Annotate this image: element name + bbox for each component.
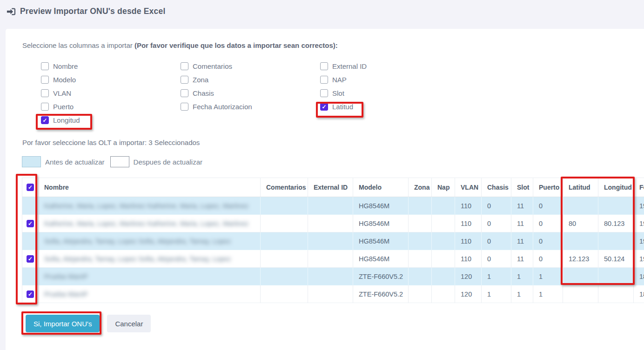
row-select-cell: [22, 197, 39, 215]
cell-nombre: Prueba WanIP: [39, 268, 261, 285]
cell-nap: [432, 250, 455, 268]
column-checkbox-longitud[interactable]: [41, 116, 49, 124]
row-select-cell: [22, 268, 39, 285]
cell-latitud: 12.123: [563, 250, 598, 268]
cell-longitud: [598, 197, 634, 215]
cell-modelo: HG8546M: [353, 250, 409, 268]
cell-longitud: 80.123: [598, 215, 634, 232]
cell-longitud: 50.124: [598, 250, 634, 268]
column-checkbox-modelo[interactable]: [41, 76, 49, 84]
import-confirm-button[interactable]: Si, Importar ONU's: [26, 315, 100, 332]
page-header: Preview Importar ONU's desde Excel: [7, 7, 165, 16]
cell-vlan: 120: [455, 285, 482, 303]
column-checkbox-external-id[interactable]: [320, 62, 328, 70]
cell-puerto: 1: [533, 268, 563, 285]
olt-selected-count: 3 Seleccionados: [148, 139, 200, 146]
cell-fecha-autorizacion: 19: [634, 197, 644, 215]
cell-slot: 11: [511, 215, 533, 232]
cell-fecha-autorizacion: 19: [634, 232, 644, 250]
column-option-longitud: Longitud: [41, 116, 80, 124]
row-checkbox[interactable]: [27, 255, 34, 263]
legend-label-before: Antes de actualizar: [45, 158, 105, 166]
cell-latitud: [563, 268, 598, 285]
onu-name-redacted: Katherine, Maria, Lopez, Martinez Kather…: [44, 220, 248, 227]
cancel-button[interactable]: Cancelar: [107, 315, 151, 332]
column-checkbox-latitud[interactable]: [320, 103, 328, 111]
legend-swatch-after: [110, 156, 129, 167]
column-checkbox-comentarios[interactable]: [181, 62, 188, 70]
column-checkbox-nombre[interactable]: [41, 62, 49, 70]
select-all-cell: [22, 178, 39, 197]
column-header-comentarios: Comentarios: [261, 178, 308, 197]
cell-chasis: 0: [482, 215, 511, 232]
column-checkbox-fecha-autorizacion[interactable]: [181, 103, 188, 111]
cell-nombre: Katherine, Maria, Lopez, Martinez Kather…: [39, 197, 261, 215]
cell-modelo: HG8546M: [353, 215, 409, 232]
cell-latitud: [563, 232, 598, 250]
cell-nap: [432, 285, 455, 303]
cell-slot: 1: [511, 285, 533, 303]
column-checkbox-vlan[interactable]: [41, 89, 49, 97]
column-option-label: NAP: [332, 76, 347, 84]
legend-label-after: Despues de actualizar: [134, 158, 202, 166]
onu-name-redacted: Katherine, Maria, Lopez, Martinez Kather…: [44, 202, 248, 210]
cell-external-id: [308, 215, 353, 232]
column-option-modelo: Modelo: [41, 76, 80, 84]
cell-external-id: [308, 285, 353, 303]
cell-chasis: 0: [482, 250, 511, 268]
row-checkbox[interactable]: [27, 291, 34, 298]
cell-puerto: 0: [533, 250, 563, 268]
cell-external-id: [308, 250, 353, 268]
cell-vlan: 120: [455, 268, 482, 285]
cell-puerto: 1: [533, 285, 563, 303]
onu-preview-table: NombreComentariosExternal IDModeloZonaNa…: [22, 178, 644, 303]
sign-in-icon: [7, 7, 16, 16]
column-option-label: VLAN: [53, 89, 71, 97]
column-option-label: Puerto: [53, 103, 74, 111]
column-option-vlan: VLAN: [41, 89, 80, 97]
cell-longitud: [598, 285, 634, 303]
checkbox-group-1: NombreModeloVLANPuertoLongitud: [41, 62, 80, 124]
row-select-cell: [22, 215, 39, 232]
column-header-latitud: Latitud: [563, 178, 598, 197]
cell-nap: [432, 268, 455, 285]
cell-puerto: 0: [533, 215, 563, 232]
table-row: Prueba WanIPZTE-F660V5.212011118: [22, 268, 644, 285]
column-option-latitud: Latitud: [320, 103, 367, 111]
cell-fecha-autorizacion: 19: [634, 250, 644, 268]
cell-puerto: 0: [533, 197, 563, 215]
row-checkbox[interactable]: [27, 220, 34, 227]
column-option-label: Comentarios: [193, 62, 232, 70]
column-option-puerto: Puerto: [41, 103, 80, 111]
column-checkbox-puerto[interactable]: [41, 103, 49, 111]
olt-select-label: Por favor seleccione las OLT a importar:: [22, 139, 147, 146]
row-color-legend: Antes de actualizar Despues de actualiza…: [22, 156, 208, 167]
column-header-vlan: VLAN: [455, 178, 482, 197]
column-option-label: External ID: [332, 62, 367, 70]
cell-zona: [409, 197, 432, 215]
column-checkbox-zona[interactable]: [181, 76, 188, 84]
cell-zona: [409, 268, 432, 285]
column-checkbox-nap[interactable]: [320, 76, 328, 84]
cell-external-id: [308, 268, 353, 285]
cell-zona: [409, 285, 432, 303]
column-option-label: Chasis: [193, 89, 214, 97]
cell-fecha-autorizacion: 19: [634, 215, 644, 232]
column-option-slot: Slot: [320, 89, 367, 97]
cell-zona: [409, 232, 432, 250]
column-header-slot: Slot: [511, 178, 533, 197]
cell-external-id: [308, 197, 353, 215]
cell-slot: 11: [511, 232, 533, 250]
column-option-nombre: Nombre: [41, 62, 80, 70]
row-select-cell: [22, 250, 39, 268]
cell-puerto: 0: [533, 232, 563, 250]
cell-fecha-autorizacion: 18: [634, 268, 644, 285]
cell-latitud: 80: [563, 215, 598, 232]
column-checkbox-slot[interactable]: [320, 89, 328, 97]
column-checkbox-chasis[interactable]: [181, 89, 188, 97]
select-all-checkbox[interactable]: [27, 184, 34, 191]
columns-instruction-bold: (Por favor verifique que los datos a imp…: [134, 41, 338, 49]
cell-slot: 1: [511, 268, 533, 285]
onu-name-redacted: Sofia, Alejandra, Tamay, Lopez Sofia, Al…: [44, 255, 231, 263]
column-header-longitud: Longitud: [598, 178, 634, 197]
